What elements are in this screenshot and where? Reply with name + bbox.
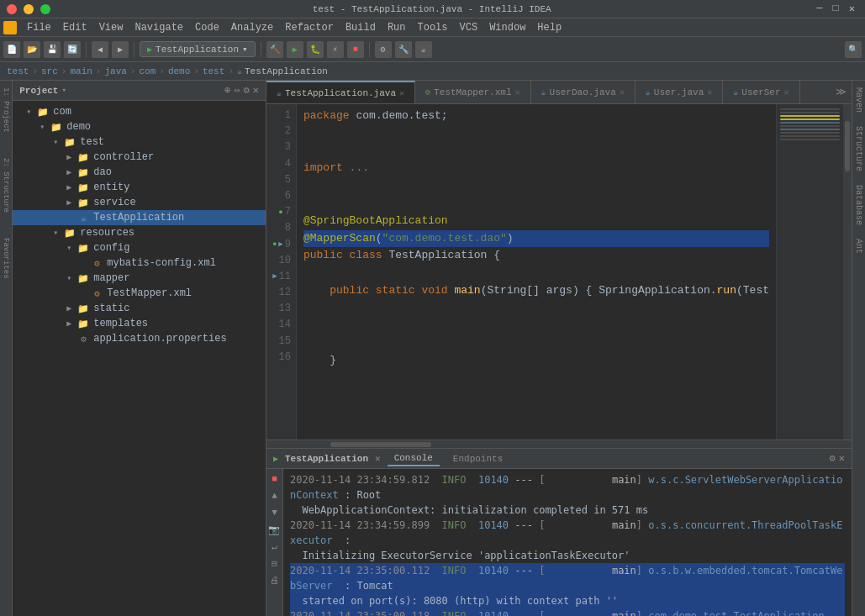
project-sidebar-label[interactable]: 1: Project — [2, 84, 10, 136]
right-panel-structure[interactable]: Structure — [852, 119, 865, 178]
tree-item-testapplication[interactable]: ☕ TestApplication — [13, 210, 266, 225]
external-tools-icon[interactable]: 🔧 — [395, 41, 412, 58]
breadcrumb-java[interactable]: java — [104, 66, 126, 76]
maximize-btn[interactable] — [40, 4, 50, 14]
structure-sidebar-label[interactable]: 2: Structure — [2, 155, 10, 216]
run-scroll-up-btn[interactable]: ▲ — [267, 489, 281, 503]
right-panel-maven[interactable]: Maven — [852, 81, 865, 119]
run-tab-console[interactable]: Console — [388, 451, 440, 466]
save-icon[interactable]: 💾 — [44, 41, 61, 58]
back-icon[interactable]: ◀ — [92, 41, 108, 58]
menu-code[interactable]: Code — [190, 20, 224, 35]
run-gutter-11[interactable]: ▶ — [272, 271, 277, 282]
run-wrap-btn[interactable]: ↵ — [267, 540, 281, 553]
menu-help[interactable]: Help — [532, 20, 567, 35]
h-scroll[interactable] — [266, 440, 852, 448]
open-icon[interactable]: 📂 — [24, 41, 40, 58]
tree-item-static[interactable]: ▶ 📁 static — [13, 301, 266, 316]
menu-vcs[interactable]: VCS — [455, 20, 483, 35]
favorites-sidebar-label[interactable]: Favorites — [2, 234, 10, 282]
run-print-btn[interactable]: 🖨 — [267, 573, 281, 587]
panel-expand-icon[interactable]: ⇔ — [234, 84, 240, 97]
tree-item-entity[interactable]: ▶ 📁 entity — [13, 180, 266, 195]
settings-icon[interactable]: ⚙ — [375, 41, 392, 58]
tab-close-user[interactable]: ✕ — [707, 87, 712, 97]
sdk-icon[interactable]: ☕ — [415, 41, 432, 58]
breadcrumb-main[interactable]: main — [70, 66, 92, 76]
tree-item-com[interactable]: ▾ 📁 com — [13, 104, 266, 119]
menu-edit[interactable]: Edit — [58, 20, 92, 35]
tab-close-userser[interactable]: ✕ — [784, 87, 789, 97]
right-panel-database[interactable]: Database — [852, 178, 865, 232]
breadcrumb-com[interactable]: com — [139, 66, 156, 76]
run-filter-btn[interactable]: ⊟ — [267, 556, 281, 570]
breadcrumb-test2[interactable]: test — [203, 66, 224, 76]
debug-icon[interactable]: 🐛 — [307, 41, 324, 58]
close-btn[interactable] — [7, 4, 17, 14]
menu-refactor[interactable]: Refactor — [280, 20, 339, 35]
menu-window[interactable]: Window — [484, 20, 530, 35]
build-icon[interactable]: 🔨 — [266, 41, 283, 58]
stop-icon[interactable]: ■ — [347, 41, 364, 58]
run-stop-btn[interactable]: ■ — [267, 472, 281, 486]
breadcrumb-file[interactable]: ☕ TestApplication — [237, 66, 328, 76]
breadcrumb-demo[interactable]: demo — [168, 66, 190, 76]
run-scroll-down-btn[interactable]: ▼ — [267, 506, 281, 519]
run-gutter-9[interactable]: ▶ — [278, 239, 282, 250]
tree-item-config[interactable]: ▾ 📁 config — [13, 240, 266, 255]
window-maximize-icon[interactable]: □ — [830, 3, 842, 15]
tree-item-resources[interactable]: ▾ 📁 resources — [13, 225, 266, 240]
tree-item-service[interactable]: ▶ 📁 service — [13, 195, 266, 210]
menu-file[interactable]: File — [22, 20, 56, 35]
run-panel-close-icon[interactable]: ✕ — [839, 452, 845, 465]
tab-userdao[interactable]: ☕ UserDao.java ✕ — [531, 81, 636, 103]
run-camera-btn[interactable]: 📷 — [267, 523, 281, 536]
run-icon[interactable]: ▶ — [287, 41, 303, 58]
run-settings-icon[interactable]: ⚙ — [830, 452, 836, 465]
search-everywhere-icon[interactable]: 🔍 — [845, 41, 862, 58]
run-panel-close-tab-icon[interactable]: ✕ — [375, 453, 381, 464]
h-scroll-track[interactable] — [297, 442, 821, 447]
tab-testmapper[interactable]: ⚙ TestMapper.xml ✕ — [415, 81, 530, 103]
panel-close-icon[interactable]: ✕ — [253, 84, 259, 97]
tab-user[interactable]: ☕ User.java ✕ — [636, 81, 723, 103]
run-tab-endpoints[interactable]: Endpoints — [446, 452, 509, 466]
panel-title-arrow[interactable]: ▾ — [61, 86, 66, 95]
tree-item-demo[interactable]: ▾ 📁 demo — [13, 119, 266, 134]
code-content[interactable]: package com.demo.test; import ... @Sprin… — [297, 104, 776, 440]
breadcrumb-src[interactable]: src — [41, 66, 58, 76]
breadcrumb-test[interactable]: test — [7, 66, 29, 76]
tree-item-mapper-folder[interactable]: ▾ 📁 mapper — [13, 271, 266, 286]
forward-icon[interactable]: ▶ — [112, 41, 129, 58]
new-file-icon[interactable]: 📄 — [3, 41, 20, 58]
tab-close-testapplication[interactable]: ✕ — [399, 88, 404, 98]
tabs-overflow-icon[interactable]: ≫ — [831, 86, 852, 98]
panel-locate-icon[interactable]: ⊕ — [224, 84, 230, 97]
menu-view[interactable]: View — [94, 20, 129, 35]
right-scroll[interactable] — [843, 104, 852, 440]
tab-testapplication[interactable]: ☕ TestApplication.java ✕ — [266, 81, 415, 103]
menu-build[interactable]: Build — [340, 20, 381, 35]
tree-item-controller[interactable]: ▶ 📁 controller — [13, 150, 266, 165]
menu-navigate[interactable]: Navigate — [129, 20, 188, 35]
right-panel-ant[interactable]: Ant — [852, 232, 865, 261]
tab-userser[interactable]: ☕ UserSer ✕ — [723, 81, 799, 103]
run-config-selector[interactable]: ▶ TestApplication ▾ — [140, 41, 256, 57]
window-close-icon[interactable]: ✕ — [846, 3, 858, 15]
menu-tools[interactable]: Tools — [413, 20, 453, 35]
panel-settings-icon[interactable]: ⚙ — [243, 84, 249, 97]
tree-item-testmapper[interactable]: ⚙ TestMapper.xml — [13, 286, 266, 301]
scroll-thumb[interactable] — [845, 121, 850, 171]
tab-close-userdao[interactable]: ✕ — [620, 87, 625, 97]
tree-item-dao[interactable]: ▶ 📁 dao — [13, 165, 266, 180]
h-scroll-thumb[interactable] — [330, 442, 431, 447]
tree-item-mybatis-config[interactable]: ⚙ mybatis-config.xml — [13, 255, 266, 271]
minimize-btn[interactable] — [24, 4, 34, 14]
tree-item-test[interactable]: ▾ 📁 test — [13, 134, 266, 150]
tree-item-templates[interactable]: ▶ 📁 templates — [13, 316, 266, 331]
run-with-coverage-icon[interactable]: ⚡ — [327, 41, 344, 58]
window-minimize-icon[interactable]: ─ — [813, 3, 825, 15]
tree-item-app-properties[interactable]: ⚙ application.properties — [13, 331, 266, 346]
sync-icon[interactable]: 🔄 — [64, 41, 81, 58]
menu-run[interactable]: Run — [382, 20, 411, 35]
